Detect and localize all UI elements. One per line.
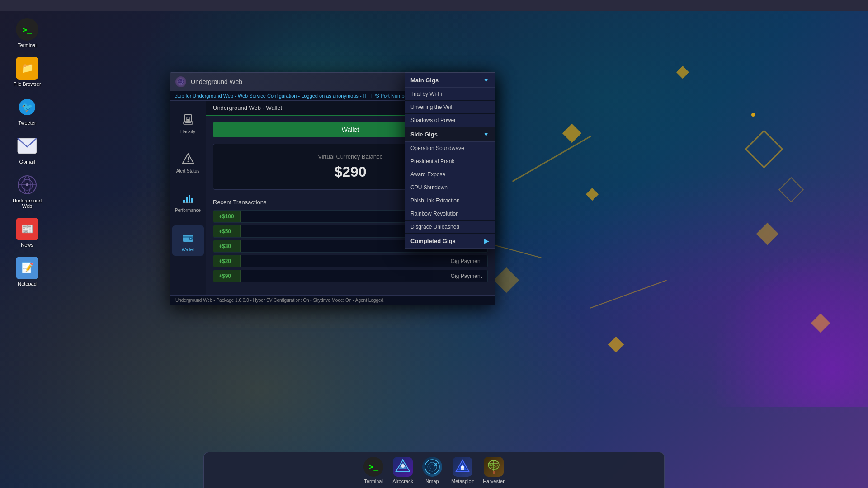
svg-point-7	[26, 183, 28, 186]
underground-label: Underground Web	[9, 198, 45, 209]
tx-amount-3: +$30	[213, 240, 241, 252]
window-title-left: Underground Web	[175, 76, 242, 87]
bg-diamond	[676, 66, 689, 79]
transaction-row-5: +$90 Gig Payment	[213, 270, 488, 282]
desktop-icon-gomail[interactable]: Gomail	[9, 135, 45, 164]
taskbar-harvester[interactable]: Harvester	[483, 457, 505, 484]
taskbar-nmap-label: Nmap	[425, 479, 439, 484]
underground-icon	[16, 174, 38, 196]
completed-gigs-arrow: ▶	[484, 237, 489, 244]
desktop-icon-notepad[interactable]: 📝 Notepad	[9, 257, 45, 286]
taskbar-terminal[interactable]: >_ Terminal	[363, 457, 383, 484]
gig-shadows-power[interactable]: Shadows of Power	[405, 114, 495, 127]
gig-phishlink-extraction[interactable]: PhishLink Extraction	[405, 194, 495, 207]
geo-square	[745, 130, 783, 169]
geo-dot	[751, 113, 755, 117]
tweeter-icon: 🐦	[16, 96, 38, 118]
side-gigs-header[interactable]: Side Gigs ▼	[405, 127, 495, 142]
taskbar-metasploit-label: Metasploit	[451, 479, 474, 484]
desktop-icons-container: >_ Terminal 📁 File Browser 🐦 Tweeter Gom…	[9, 18, 45, 286]
gig-unveiling-veil[interactable]: Unveiling the Veil	[405, 101, 495, 114]
bg-line	[590, 280, 667, 308]
side-gigs-arrow: ▼	[483, 131, 489, 138]
sidebar-item-wallet[interactable]: Wallet	[172, 225, 204, 256]
svg-rect-43	[493, 471, 495, 474]
notepad-label: Notepad	[18, 281, 37, 286]
notepad-icon: 📝	[16, 257, 38, 279]
taskbar-metasploit-icon	[453, 457, 472, 477]
tx-amount-2: +$50	[213, 225, 241, 237]
performance-icon	[180, 190, 196, 206]
taskbar-airocrack[interactable]: Airocrack	[392, 457, 413, 484]
desktop-icon-filebrowser[interactable]: 📁 File Browser	[9, 57, 45, 87]
transaction-row-4: +$20 Gig Payment	[213, 255, 488, 267]
sidebar-item-alert[interactable]: Alert Status	[172, 147, 204, 177]
sidebar-item-hackify[interactable]: Hackify	[172, 108, 204, 138]
geo-square	[778, 177, 804, 203]
svg-rect-22	[191, 198, 193, 203]
taskbar-bottom: >_ Terminal Airocrack Nmap	[203, 452, 665, 488]
news-label: News	[21, 242, 33, 248]
terminal-icon: >_	[16, 18, 38, 41]
hackify-icon	[180, 111, 196, 127]
taskbar-nmap-icon	[422, 457, 442, 477]
taskbar-airocrack-label: Airocrack	[392, 479, 413, 484]
bg-diamond	[756, 223, 778, 245]
gig-disgrace-unleashed[interactable]: Disgrace Unleashed	[405, 221, 495, 234]
tx-desc-4: Gig Payment	[241, 255, 487, 267]
sidebar-item-performance[interactable]: Performance	[172, 186, 204, 216]
svg-point-37	[435, 464, 436, 465]
tx-amount-5: +$90	[213, 270, 241, 282]
hackify-label: Hackify	[180, 129, 195, 134]
window-title-text: Underground Web	[191, 78, 242, 85]
svg-rect-20	[186, 197, 188, 203]
completed-gigs-header[interactable]: Completed Gigs ▶	[405, 234, 495, 249]
tx-desc-5: Gig Payment	[241, 270, 487, 282]
taskbar-metasploit[interactable]: Metasploit	[451, 457, 474, 484]
gomail-label: Gomail	[19, 159, 35, 164]
bg-diamond	[494, 267, 519, 293]
svg-point-30	[401, 464, 405, 468]
taskbar-airocrack-icon	[393, 457, 413, 477]
main-gigs-header[interactable]: Main Gigs ▼	[405, 73, 495, 88]
tx-amount-1: +$100	[213, 211, 241, 222]
purple-glow	[687, 226, 868, 407]
svg-rect-19	[183, 200, 185, 203]
gigs-panel: Main Gigs ▼ Trial by Wi-Fi Unveiling the…	[405, 72, 495, 249]
main-gigs-title: Main Gigs	[410, 77, 439, 84]
svg-point-18	[187, 161, 189, 162]
bg-diamond	[562, 124, 581, 143]
gig-presidential-prank[interactable]: Presidential Prank	[405, 155, 495, 168]
gig-trial-wifi[interactable]: Trial by Wi-Fi	[405, 88, 495, 101]
gig-rainbow-revolution[interactable]: Rainbow Revolution	[405, 207, 495, 221]
desktop-icon-news[interactable]: 📰 News	[9, 218, 45, 248]
svg-rect-21	[189, 195, 190, 203]
completed-gigs-title: Completed Gigs	[410, 238, 456, 244]
main-gigs-arrow: ▼	[483, 76, 489, 84]
terminal-label: Terminal	[18, 42, 37, 48]
alert-icon	[180, 150, 196, 167]
bg-diamond	[586, 188, 599, 201]
taskbar-terminal-icon: >_	[363, 457, 383, 477]
gig-operation-soundwave[interactable]: Operation Soundwave	[405, 142, 495, 155]
bg-diamond	[811, 314, 830, 333]
wallet-icon	[180, 229, 196, 245]
bg-line	[512, 136, 591, 182]
wallet-label: Wallet	[182, 247, 194, 252]
window-statusbar: Underground Web - Package 1.0.0.0 - Hype…	[170, 295, 495, 305]
gig-cpu-shutdown[interactable]: CPU Shutdown	[405, 181, 495, 194]
taskbar-top	[0, 0, 868, 11]
taskbar-nmap[interactable]: Nmap	[422, 457, 442, 484]
desktop-icon-undergroundweb[interactable]: Underground Web	[9, 174, 45, 209]
side-gigs-title: Side Gigs	[410, 131, 438, 138]
filebrowser-icon: 📁	[16, 57, 38, 80]
gomail-icon	[16, 135, 38, 157]
bg-diamond	[608, 337, 624, 352]
svg-point-27	[190, 238, 191, 239]
gig-award-expose[interactable]: Award Expose	[405, 168, 495, 181]
desktop-icon-terminal[interactable]: >_ Terminal	[9, 18, 45, 48]
desktop-icon-tweeter[interactable]: 🐦 Tweeter	[9, 96, 45, 126]
taskbar-terminal-label: Terminal	[364, 479, 383, 484]
window-app-icon	[175, 76, 186, 87]
filebrowser-label: File Browser	[13, 81, 41, 87]
